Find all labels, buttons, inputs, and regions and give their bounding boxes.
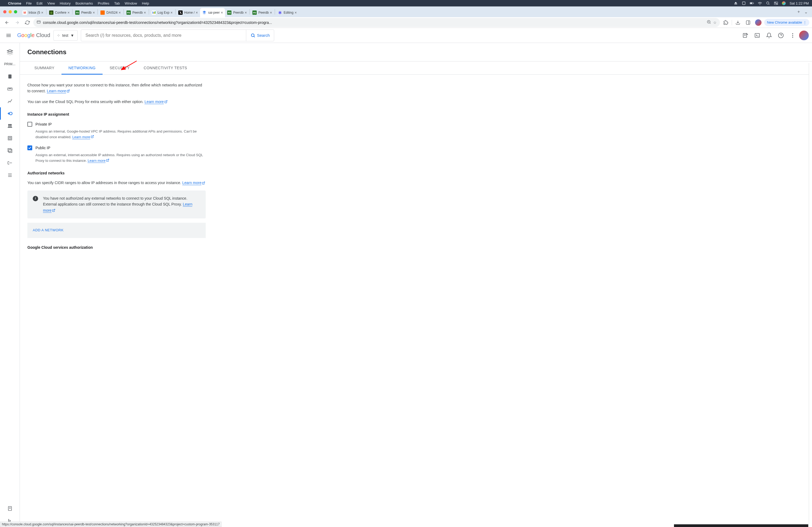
trial-icon[interactable] <box>740 30 751 41</box>
private-ip-checkbox[interactable] <box>27 122 32 127</box>
control-center-icon[interactable] <box>774 1 778 5</box>
sidebar-users[interactable] <box>0 120 19 132</box>
tab-close-icon[interactable]: × <box>41 11 43 15</box>
tab-security[interactable]: SECURITY <box>103 61 137 74</box>
gc-header: Google Cloud ⁘ test ▼ Search <box>0 28 812 43</box>
browser-tab[interactable]: sai-peer× <box>200 8 225 17</box>
browser-tab[interactable]: Log Exp× <box>149 8 175 17</box>
tab-close-icon[interactable]: × <box>68 11 70 15</box>
sidebar-overview[interactable] <box>0 70 19 82</box>
tab-overflow-button[interactable]: ⌄ <box>802 8 810 16</box>
browser-tab[interactable]: ✿Confere× <box>47 8 72 17</box>
menu-file[interactable]: File <box>26 1 32 5</box>
sidebar-query[interactable] <box>0 82 19 95</box>
window-maximize[interactable] <box>14 10 17 13</box>
sidepanel-icon[interactable] <box>744 18 752 27</box>
site-settings-icon[interactable] <box>37 20 41 25</box>
tab-close-icon[interactable]: × <box>93 11 95 15</box>
public-ip-checkbox[interactable] <box>27 146 32 150</box>
private-ip-help: Assigns an internal, Google-hosted VPC I… <box>35 129 206 140</box>
eject-icon[interactable] <box>734 1 738 5</box>
profile-avatar[interactable] <box>754 18 763 27</box>
extensions-icon[interactable] <box>722 18 730 27</box>
sidebar-connections[interactable] <box>0 107 19 120</box>
browser-tab[interactable]: DAIS24× <box>98 8 123 17</box>
sidebar-databases[interactable] <box>0 132 19 144</box>
menu-history[interactable]: History <box>60 1 70 5</box>
new-chrome-button[interactable]: New Chrome available⋮ <box>764 19 809 26</box>
tab-connectivity-tests[interactable]: CONNECTIVITY TESTS <box>137 61 194 74</box>
tab-close-icon[interactable]: × <box>144 11 146 15</box>
help-icon[interactable] <box>775 30 786 41</box>
battery-icon[interactable] <box>750 1 754 5</box>
tab-close-icon[interactable]: × <box>221 11 223 15</box>
bookmark-icon[interactable]: ☆ <box>713 20 717 25</box>
sidebar-backups[interactable] <box>0 144 19 157</box>
downloads-icon[interactable] <box>734 18 742 27</box>
learn-more-link[interactable]: Learn more <box>72 135 90 139</box>
clock[interactable]: Sat 1:22 PM <box>789 1 809 5</box>
learn-more-link[interactable]: Learn more <box>47 89 66 93</box>
forward-button[interactable] <box>13 18 21 27</box>
browser-tab[interactable]: PDPeerdb× <box>124 8 148 17</box>
browser-tab[interactable]: ✱Editing× <box>276 8 299 17</box>
learn-more-link[interactable]: Learn more <box>182 181 202 185</box>
menu-profiles[interactable]: Profiles <box>98 1 109 5</box>
sidebar-sql-icon[interactable] <box>0 46 19 59</box>
section-ip-assignment: Instance IP assignment <box>27 111 206 117</box>
tab-networking[interactable]: NETWORKING <box>61 61 103 74</box>
account-avatar[interactable] <box>799 31 809 40</box>
nav-menu-button[interactable] <box>3 30 14 41</box>
project-picker[interactable]: ⁘ test ▼ <box>54 30 77 41</box>
browser-tab[interactable]: MInbox (5× <box>20 8 46 17</box>
add-network-button[interactable]: ADD A NETWORK <box>27 223 206 238</box>
tab-summary[interactable]: SUMMARY <box>27 61 61 74</box>
browser-tab[interactable]: 𝕏Home /× <box>176 8 200 17</box>
menu-tab[interactable]: Tab <box>114 1 120 5</box>
tab-close-icon[interactable]: × <box>171 11 173 15</box>
window-close[interactable] <box>3 10 6 13</box>
tab-close-icon[interactable]: × <box>119 11 121 15</box>
tab-close-icon[interactable]: × <box>196 11 198 15</box>
svg-line-23 <box>254 36 255 37</box>
right-panel-edge[interactable] <box>809 63 812 527</box>
address-bar[interactable]: console.cloud.google.com/sql/instances/s… <box>33 18 720 27</box>
tab-close-icon[interactable]: × <box>245 11 247 15</box>
new-tab-button[interactable]: + <box>795 8 802 16</box>
wifi-icon[interactable] <box>758 1 762 5</box>
siri-icon[interactable] <box>782 1 786 5</box>
tab-favicon: PD <box>252 11 257 15</box>
search-input[interactable] <box>81 33 246 38</box>
sidebar-operations[interactable] <box>0 169 19 181</box>
sidebar-insights[interactable] <box>0 95 19 107</box>
more-icon[interactable] <box>787 30 798 41</box>
learn-more-link[interactable]: Learn more <box>144 100 164 104</box>
spotlight-icon[interactable] <box>766 1 770 5</box>
app-name[interactable]: Chrome <box>8 1 21 5</box>
reload-button[interactable] <box>23 18 32 27</box>
cloud-shell-icon[interactable] <box>752 30 763 41</box>
tab-close-icon[interactable]: × <box>294 11 297 15</box>
learn-more-link[interactable]: Learn more <box>88 159 105 163</box>
search-button[interactable]: Search <box>246 30 274 41</box>
menu-view[interactable]: View <box>47 1 55 5</box>
menu-window[interactable]: Window <box>125 1 137 5</box>
google-cloud-logo[interactable]: Google Cloud <box>17 32 50 39</box>
window-minimize[interactable] <box>9 10 12 13</box>
notifications-icon[interactable] <box>764 30 774 41</box>
tab-close-icon[interactable]: × <box>270 11 272 15</box>
sidebar-replicas[interactable] <box>0 157 19 169</box>
browser-tab[interactable]: PDPeerdb× <box>250 8 274 17</box>
menu-help[interactable]: Help <box>142 1 149 5</box>
sidebar: PRIM... <box>0 43 20 527</box>
sidebar-release-notes[interactable] <box>0 502 19 515</box>
shortcut-icon[interactable] <box>742 1 746 5</box>
svg-rect-13 <box>155 11 156 14</box>
browser-tab[interactable]: PDPeerdb× <box>225 8 249 17</box>
zoom-icon[interactable] <box>707 20 711 25</box>
menu-bookmarks[interactable]: Bookmarks <box>75 1 93 5</box>
tab-title: Peerdb <box>81 11 91 15</box>
back-button[interactable] <box>3 18 11 27</box>
browser-tab[interactable]: PDPeerdb× <box>73 8 97 17</box>
menu-edit[interactable]: Edit <box>37 1 42 5</box>
